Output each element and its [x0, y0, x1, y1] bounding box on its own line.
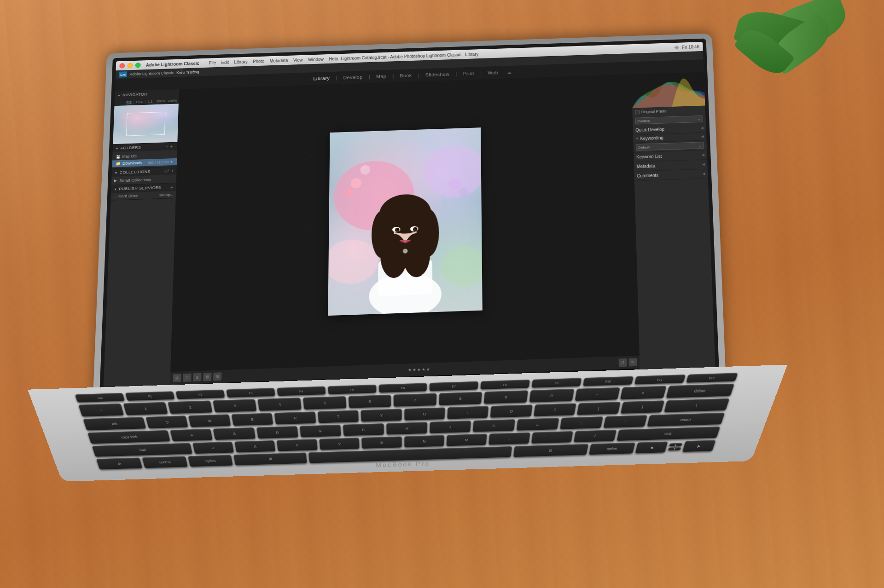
folder-plus-btn[interactable]: + [170, 144, 173, 149]
f-key[interactable]: F [299, 425, 341, 438]
compare-view-btn[interactable]: ⧇ [193, 373, 201, 381]
lbracket-key[interactable]: [ [577, 402, 621, 415]
b-key[interactable]: B [361, 436, 402, 449]
module-develop[interactable]: Develop [338, 73, 368, 82]
folder-minus-btn[interactable]: − [166, 144, 169, 149]
star-3[interactable]: ★ [417, 367, 421, 372]
f1-key[interactable]: F1 [125, 391, 175, 401]
maximize-button[interactable] [135, 63, 141, 68]
f2-key[interactable]: F2 [175, 390, 225, 400]
survey-view-btn[interactable]: ⊠ [203, 373, 211, 381]
minimize-button[interactable] [128, 63, 133, 68]
8-key[interactable]: 8 [439, 392, 483, 405]
g-key[interactable]: G [343, 423, 384, 436]
9-key[interactable]: 9 [484, 390, 529, 404]
default-select[interactable]: Default ⌄ [636, 142, 704, 151]
menu-window[interactable]: Window [308, 57, 324, 62]
j-key[interactable]: J [430, 421, 471, 433]
7-key[interactable]: 7 [394, 393, 437, 407]
f12-key[interactable]: F12 [686, 373, 739, 383]
menu-edit[interactable]: Edit [221, 60, 229, 65]
tab-key[interactable]: tab [83, 417, 146, 431]
f3-key[interactable]: F3 [226, 388, 275, 398]
f10-key[interactable]: F10 [583, 376, 634, 386]
grid-view-btn[interactable]: ⊞ [173, 374, 181, 382]
f8-key[interactable]: F8 [480, 380, 530, 390]
star-2[interactable]: ★ [413, 368, 416, 372]
cmd-right-key[interactable]: ⌘ [513, 444, 588, 457]
i-key[interactable]: I [447, 406, 489, 419]
minus-key[interactable]: - [575, 387, 621, 401]
s-key[interactable]: S [213, 427, 256, 440]
backtick-key[interactable]: ~ [78, 404, 124, 417]
comments-item[interactable]: Comments ◀ [634, 169, 708, 181]
zoom-200[interactable]: 200% [168, 98, 177, 103]
arrow-up-key[interactable]: ▲ [669, 443, 683, 447]
zoom-100[interactable]: 100% [156, 99, 165, 103]
6-key[interactable]: 6 [348, 395, 391, 409]
u-key[interactable]: U [404, 407, 445, 421]
semicolon-key[interactable]: ; [559, 416, 603, 430]
d-key[interactable]: D [256, 426, 298, 439]
y-key[interactable]: Y [361, 409, 401, 422]
module-library[interactable]: Library [308, 74, 335, 83]
3-key[interactable]: 3 [212, 399, 257, 413]
rbracket-key[interactable]: ] [620, 400, 665, 414]
f7-key[interactable]: F7 [430, 381, 479, 392]
x-key[interactable]: X [234, 440, 276, 453]
zoom-fit[interactable]: FIT [126, 100, 132, 104]
1-key[interactable]: 1 [123, 402, 169, 415]
setup-link[interactable]: Set Up... [159, 192, 174, 196]
esc-key[interactable]: esc [75, 393, 125, 403]
e-key[interactable]: E [231, 413, 273, 426]
5-key[interactable]: 5 [302, 396, 346, 410]
f6-key[interactable]: F6 [378, 383, 427, 393]
backslash-key[interactable]: \ [664, 398, 730, 413]
period-key[interactable]: . [531, 431, 573, 444]
star-1[interactable]: ★ [408, 368, 412, 372]
rotate-left-btn[interactable]: ↺ [619, 358, 627, 367]
f4-key[interactable]: F4 [277, 386, 326, 397]
custom-preset-select[interactable]: Custom ⌄ [635, 115, 704, 125]
option-right-key[interactable]: option [588, 443, 636, 455]
f11-key[interactable]: F11 [634, 375, 686, 385]
zoom-fill[interactable]: FILL [136, 100, 144, 104]
original-photo-checkbox[interactable] [635, 110, 640, 115]
h-key[interactable]: H [386, 422, 428, 435]
cmd-left-key[interactable]: ⌘ [233, 452, 307, 466]
f9-key[interactable]: F9 [531, 378, 582, 388]
v-key[interactable]: V [319, 438, 360, 450]
shift-left-key[interactable]: shift [92, 443, 192, 457]
p-key[interactable]: P [533, 403, 576, 416]
arrow-down-key[interactable]: ▼ [668, 447, 681, 451]
star-4[interactable]: ★ [422, 367, 425, 372]
people-view-btn[interactable]: ⊞ [213, 372, 221, 380]
plus-icon[interactable]: + [636, 136, 639, 141]
menu-metadata[interactable]: Metadata [270, 58, 288, 63]
r-key[interactable]: R [274, 411, 316, 425]
z-key[interactable]: Z [192, 442, 234, 454]
caps-lock-key[interactable]: caps lock [87, 430, 171, 444]
q-key[interactable]: Q [145, 415, 189, 429]
module-web[interactable]: Web [483, 68, 504, 77]
o-key[interactable]: O [490, 404, 533, 418]
t-key[interactable]: T [317, 410, 359, 423]
menu-view[interactable]: View [293, 58, 303, 63]
menu-file[interactable]: File [209, 60, 216, 65]
fn-key[interactable]: fn [96, 457, 143, 469]
k-key[interactable]: K [473, 419, 515, 432]
l-key[interactable]: L [516, 418, 559, 431]
smart-collections-item[interactable]: ▶ Smart Collections [111, 175, 176, 184]
f5-key[interactable]: F5 [327, 385, 376, 395]
n-key[interactable]: N [404, 435, 444, 448]
module-print[interactable]: Print [458, 69, 479, 78]
arrow-left-key[interactable]: ◀ [635, 442, 668, 454]
control-key[interactable]: control [142, 456, 188, 468]
m-key[interactable]: M [446, 434, 487, 446]
return-key[interactable]: return [647, 413, 725, 427]
shift-right-key[interactable]: shift [616, 427, 720, 441]
star-5[interactable]: ★ [426, 367, 430, 372]
module-book[interactable]: Book [395, 71, 417, 80]
rotate-right-btn[interactable]: ↻ [628, 358, 637, 366]
main-photo-view[interactable] [170, 75, 640, 372]
